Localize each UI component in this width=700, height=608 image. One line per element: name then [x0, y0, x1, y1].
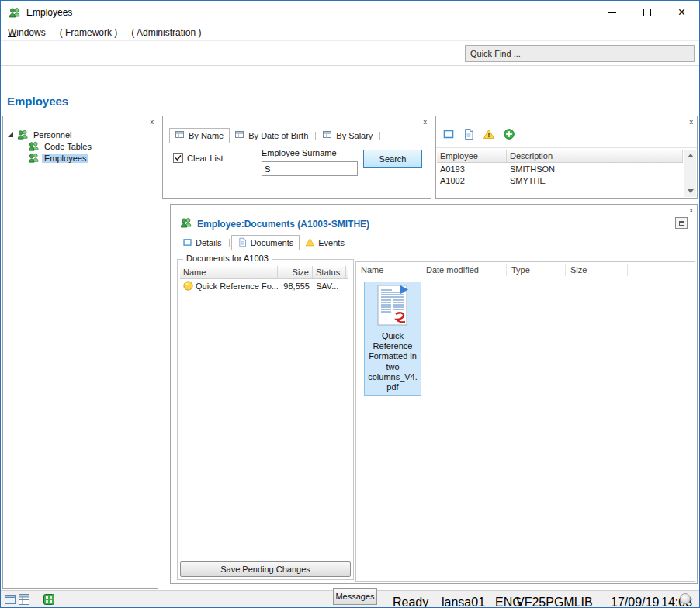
titlebar: Employees ×: [1, 1, 699, 24]
tree-item-personnel[interactable]: Personnel: [8, 129, 94, 140]
search-button[interactable]: Search: [363, 150, 422, 168]
checkbox-checked-icon: [173, 153, 183, 163]
menu-administration[interactable]: ( Administration ): [124, 27, 208, 38]
navigation-tree-panel: x Personnel: [2, 116, 158, 589]
green-app-icon[interactable]: [43, 593, 55, 606]
cell-description: SMYTHE: [507, 176, 683, 185]
window-title: Employees: [26, 7, 72, 18]
scroll-down-icon[interactable]: [684, 185, 697, 197]
details-form-icon[interactable]: [442, 128, 455, 140]
tab-label: By Salary: [336, 131, 373, 140]
cell-document-size: 98,555: [278, 282, 313, 291]
tab-by-date-of-birth[interactable]: By Date of Birth: [230, 129, 314, 143]
quick-find-input[interactable]: [465, 45, 695, 62]
column-header-employee[interactable]: Employee: [437, 150, 507, 162]
tree-expander-icon[interactable]: [8, 132, 13, 137]
tab-by-salary[interactable]: By Salary: [317, 129, 378, 143]
search-panel-close-button[interactable]: x: [424, 117, 428, 127]
file-list-pane: Name Date modified Type Size Quick: [355, 261, 695, 582]
save-pending-changes-button[interactable]: Save Pending Changes: [180, 561, 351, 577]
document-icon: [237, 237, 248, 247]
table-row[interactable]: A1002 SMYTHE: [437, 174, 683, 186]
documents-panel-close-button[interactable]: x: [690, 206, 694, 216]
maximize-icon: [643, 9, 651, 16]
scroll-up-icon[interactable]: [684, 150, 697, 161]
search-results-panel: x Employee Description A0193 SMITHS: [435, 116, 698, 199]
file-item-selected[interactable]: Quick Reference Formatted in two columns…: [364, 282, 421, 396]
panel-maximize-button[interactable]: [675, 217, 688, 229]
toolbar-separator: [436, 147, 697, 148]
app-window: Employees × Windows ( Framework ) ( Admi…: [0, 0, 700, 608]
table-icon: [323, 130, 333, 140]
documents-group-label: Documents for A1003: [183, 254, 272, 263]
documents-groupbox: Name Size Status Quick Reference Fo... 9…: [177, 259, 354, 580]
cell-document-status: SAV...: [313, 282, 346, 291]
column-header-status[interactable]: Status: [313, 266, 346, 278]
file-name-label: Quick Reference Formatted in two columns…: [366, 331, 420, 392]
messages-button[interactable]: Messages: [333, 588, 377, 605]
results-toolbar: [442, 128, 515, 140]
documents-panel-title: Employee:Documents (A1003-SMITHE): [197, 219, 369, 230]
clear-list-label: Clear List: [187, 154, 223, 163]
menu-framework[interactable]: ( Framework ): [53, 27, 125, 38]
documents-tabstrip: Details Documents Events: [177, 236, 354, 250]
tab-separator: [315, 132, 316, 140]
results-panel-close-button[interactable]: x: [690, 117, 694, 127]
document-icon[interactable]: [463, 128, 475, 140]
tab-by-name[interactable]: By Name: [169, 128, 230, 143]
search-tabstrip: By Name By Date of Birth By Salary: [169, 129, 382, 143]
column-header-size[interactable]: Size: [566, 264, 628, 276]
tab-events[interactable]: Events: [300, 236, 350, 250]
results-grid: Employee Description A0193 SMITHSON A100…: [437, 150, 683, 186]
table-row[interactable]: Quick Reference Fo... 98,555 SAV...: [180, 279, 348, 293]
tab-label: By Date of Birth: [248, 131, 308, 140]
column-header-size[interactable]: Size: [278, 266, 313, 278]
results-scrollbar[interactable]: [684, 150, 696, 197]
employee-surname-input[interactable]: [262, 161, 358, 176]
file-list-header: Name Date modified Type Size: [356, 262, 695, 278]
maximize-icon: [679, 221, 684, 226]
details-form-icon: [182, 237, 192, 247]
cell-employee: A0193: [437, 164, 507, 174]
results-grid-header: Employee Description: [437, 150, 683, 163]
tab-details[interactable]: Details: [177, 236, 227, 250]
column-header-name[interactable]: Name: [356, 264, 421, 276]
column-header-name[interactable]: Name: [180, 266, 278, 278]
tab-separator: [379, 132, 380, 140]
tree-item-code-tables[interactable]: Code Tables: [8, 140, 94, 152]
minimize-button[interactable]: [594, 1, 629, 24]
column-header-date-modified[interactable]: Date modified: [421, 264, 507, 276]
tab-label: Documents: [251, 238, 294, 247]
minimize-icon: [608, 12, 616, 13]
cell-employee: A1002: [437, 176, 507, 185]
tab-label: Details: [196, 238, 222, 247]
tab-label: By Name: [189, 131, 224, 140]
page-title: Employees: [7, 95, 68, 108]
maximize-button[interactable]: [629, 1, 664, 24]
people-icon: [17, 129, 29, 140]
warning-icon[interactable]: [483, 128, 495, 140]
add-plus-icon[interactable]: [503, 128, 515, 140]
people-icon: [28, 152, 40, 164]
table-row[interactable]: A0193 SMITHSON: [437, 163, 683, 174]
cell-description: SMITHSON: [507, 164, 683, 174]
tab-documents[interactable]: Documents: [231, 235, 300, 250]
pending-status-icon: [183, 281, 193, 292]
close-button[interactable]: ×: [664, 1, 699, 24]
clear-list-checkbox[interactable]: Clear List: [173, 153, 223, 163]
status-user: lansa01: [442, 596, 485, 608]
toolbar: [1, 41, 699, 66]
menu-windows[interactable]: Windows: [1, 27, 53, 38]
documents-grid: Name Size Status Quick Reference Fo... 9…: [180, 266, 348, 293]
navigation-tree: Personnel Code Tables: [8, 129, 94, 164]
grid-view-icon[interactable]: [18, 593, 30, 606]
window-layout-icon[interactable]: [4, 593, 16, 606]
status-date: 17/09/19: [611, 596, 659, 608]
tree-panel-close-button[interactable]: x: [151, 117, 154, 127]
tree-item-employees[interactable]: Employees: [8, 152, 94, 164]
close-icon: ×: [678, 6, 685, 19]
column-header-description[interactable]: Description: [507, 150, 683, 162]
tab-separator: [229, 239, 230, 247]
column-header-type[interactable]: Type: [507, 264, 566, 276]
table-icon: [175, 130, 185, 140]
